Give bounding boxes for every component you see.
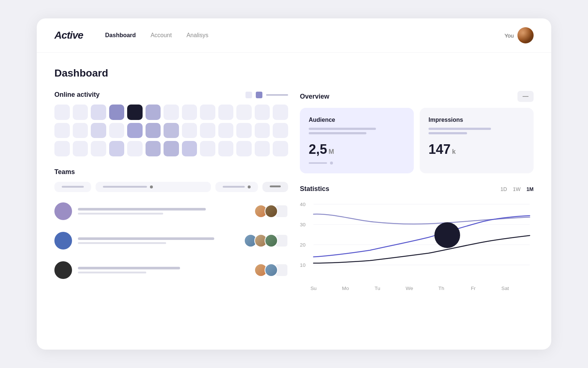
page-title: Dashboard xyxy=(54,67,534,79)
filter-1w[interactable]: 1W xyxy=(513,186,521,192)
line-control[interactable] xyxy=(266,94,288,96)
activity-cell xyxy=(164,105,179,120)
activity-cell xyxy=(54,123,70,138)
activity-cell xyxy=(146,123,161,138)
activity-title: Online activity xyxy=(54,91,100,99)
activity-cell xyxy=(109,141,125,156)
main-nav: Dashboard Account Analisys xyxy=(105,32,505,39)
audience-card-title: Audience xyxy=(309,117,405,123)
user-label: You xyxy=(505,32,514,39)
app-container: Active Dashboard Account Analisys You Da… xyxy=(37,18,551,350)
impressions-value: 147 k xyxy=(429,142,525,157)
activity-cell xyxy=(91,123,106,138)
footer-dot xyxy=(330,162,333,164)
activity-cell xyxy=(109,105,125,120)
search-pill-1[interactable] xyxy=(54,182,91,192)
activity-cell xyxy=(91,105,106,120)
team-avatar xyxy=(54,232,72,250)
right-column: Overview — Audience 2,5 xyxy=(300,91,534,294)
team-member-avatars xyxy=(254,205,288,218)
activity-cell xyxy=(164,141,179,156)
stats-header: Statistics 1D 1W 1M xyxy=(300,185,534,193)
impressions-card-title: Impressions xyxy=(429,117,525,123)
activity-cell xyxy=(273,105,288,120)
activity-cell xyxy=(73,105,88,120)
teams-section: Teams xyxy=(54,168,288,282)
activity-header: Online activity xyxy=(54,91,288,99)
activity-cell xyxy=(164,123,179,138)
team-info xyxy=(78,237,238,244)
avatar[interactable] xyxy=(517,27,534,43)
team-row[interactable] xyxy=(54,199,288,223)
teams-search-row xyxy=(54,182,288,192)
team-row[interactable] xyxy=(54,229,288,252)
audience-footer xyxy=(309,162,405,164)
svg-text:Sat: Sat xyxy=(501,286,509,291)
team-member-avatars xyxy=(254,263,288,277)
left-column: Online activity xyxy=(54,91,288,294)
team-info xyxy=(78,208,248,215)
audience-card: Audience 2,5 M xyxy=(300,108,414,173)
activity-cell xyxy=(236,123,252,138)
activity-cell xyxy=(255,105,270,120)
activity-cell xyxy=(54,105,70,120)
search-dot xyxy=(248,185,251,188)
activity-cell xyxy=(200,105,215,120)
activity-cell xyxy=(218,123,234,138)
activity-cell xyxy=(200,123,215,138)
search-pill-3[interactable] xyxy=(215,182,258,192)
overview-cards: Audience 2,5 M xyxy=(300,108,534,173)
filter-1m[interactable]: 1M xyxy=(527,186,534,192)
svg-text:Fr: Fr xyxy=(471,286,476,291)
member-avatar xyxy=(265,205,278,218)
audience-card-lines xyxy=(309,128,405,134)
team-avatar xyxy=(54,261,72,279)
nav-account[interactable]: Account xyxy=(151,32,172,39)
svg-text:We: We xyxy=(406,286,413,291)
footer-line xyxy=(309,162,327,164)
overview-options-button[interactable]: — xyxy=(517,91,534,102)
activity-cell xyxy=(91,141,106,156)
nav-dashboard[interactable]: Dashboard xyxy=(105,32,136,39)
teams-title: Teams xyxy=(54,168,75,176)
overview-title: Overview xyxy=(300,93,329,100)
user-area: You xyxy=(505,27,534,43)
activity-cell xyxy=(200,141,215,156)
overview-header: Overview — xyxy=(300,91,534,102)
activity-cell xyxy=(236,141,252,156)
activity-cell xyxy=(146,141,161,156)
activity-cell xyxy=(255,123,270,138)
team-member-avatars xyxy=(244,234,288,247)
svg-text:30: 30 xyxy=(300,222,305,227)
activity-cell xyxy=(273,141,288,156)
search-dot xyxy=(150,185,153,188)
activity-cell xyxy=(273,123,288,138)
team-info xyxy=(78,267,248,273)
svg-text:Th: Th xyxy=(438,286,444,291)
activity-cell xyxy=(73,123,88,138)
impressions-card-lines xyxy=(429,128,525,134)
nav-analisys[interactable]: Analisys xyxy=(186,32,208,39)
teams-header: Teams xyxy=(54,168,288,176)
impressions-card: Impressions 147 k xyxy=(420,108,534,173)
activity-cell xyxy=(218,141,234,156)
svg-text:Tu: Tu xyxy=(374,286,380,291)
filter-1d[interactable]: 1D xyxy=(501,186,507,192)
toggle-dot-inactive[interactable] xyxy=(245,92,252,98)
toggle-dot-active[interactable] xyxy=(256,92,262,98)
svg-text:Su: Su xyxy=(311,286,317,291)
activity-cell xyxy=(127,141,143,156)
chart-highlight-dot xyxy=(434,222,460,248)
add-team-button[interactable] xyxy=(262,182,288,192)
header: Active Dashboard Account Analisys You xyxy=(37,18,551,53)
stats-title: Statistics xyxy=(300,185,329,193)
activity-cell xyxy=(109,123,125,138)
activity-cell xyxy=(218,105,234,120)
search-pill-2[interactable] xyxy=(96,182,211,192)
statistics-section: Statistics 1D 1W 1M 40 30 20 xyxy=(300,185,534,294)
activity-cell xyxy=(146,105,161,120)
team-row[interactable] xyxy=(54,258,288,282)
time-filters: 1D 1W 1M xyxy=(501,186,534,192)
activity-cell xyxy=(54,141,70,156)
svg-text:20: 20 xyxy=(300,242,305,248)
